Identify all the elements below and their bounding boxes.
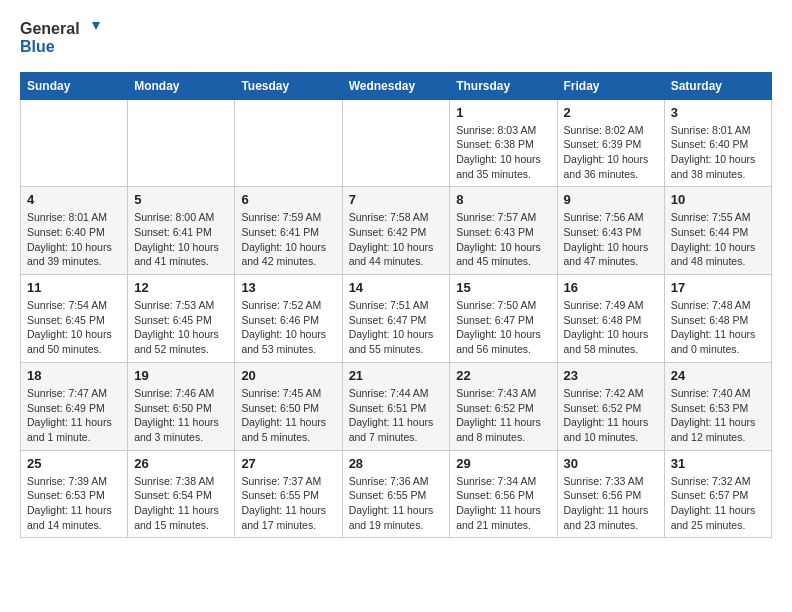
weekday-header-thursday: Thursday (450, 72, 557, 99)
day-number: 4 (27, 192, 121, 207)
day-number: 24 (671, 368, 765, 383)
day-number: 8 (456, 192, 550, 207)
weekday-header-saturday: Saturday (664, 72, 771, 99)
day-number: 5 (134, 192, 228, 207)
calendar-cell: 5Sunrise: 8:00 AM Sunset: 6:41 PM Daylig… (128, 187, 235, 275)
logo-general: General (20, 20, 80, 38)
logo-blue: Blue (20, 38, 55, 55)
week-row-5: 25Sunrise: 7:39 AM Sunset: 6:53 PM Dayli… (21, 450, 772, 538)
calendar-cell: 17Sunrise: 7:48 AM Sunset: 6:48 PM Dayli… (664, 275, 771, 363)
day-info: Sunrise: 7:56 AM Sunset: 6:43 PM Dayligh… (564, 210, 658, 269)
day-number: 27 (241, 456, 335, 471)
calendar-cell (235, 99, 342, 187)
day-info: Sunrise: 7:47 AM Sunset: 6:49 PM Dayligh… (27, 386, 121, 445)
day-number: 14 (349, 280, 444, 295)
day-number: 10 (671, 192, 765, 207)
header: General Blue (20, 20, 772, 56)
calendar-cell: 4Sunrise: 8:01 AM Sunset: 6:40 PM Daylig… (21, 187, 128, 275)
weekday-header-sunday: Sunday (21, 72, 128, 99)
day-info: Sunrise: 7:33 AM Sunset: 6:56 PM Dayligh… (564, 474, 658, 533)
calendar-cell: 10Sunrise: 7:55 AM Sunset: 6:44 PM Dayli… (664, 187, 771, 275)
day-number: 9 (564, 192, 658, 207)
calendar-cell: 30Sunrise: 7:33 AM Sunset: 6:56 PM Dayli… (557, 450, 664, 538)
day-number: 25 (27, 456, 121, 471)
day-info: Sunrise: 7:37 AM Sunset: 6:55 PM Dayligh… (241, 474, 335, 533)
day-info: Sunrise: 7:52 AM Sunset: 6:46 PM Dayligh… (241, 298, 335, 357)
calendar-cell (21, 99, 128, 187)
weekday-header-row: SundayMondayTuesdayWednesdayThursdayFrid… (21, 72, 772, 99)
day-info: Sunrise: 7:54 AM Sunset: 6:45 PM Dayligh… (27, 298, 121, 357)
weekday-header-friday: Friday (557, 72, 664, 99)
day-info: Sunrise: 7:50 AM Sunset: 6:47 PM Dayligh… (456, 298, 550, 357)
day-info: Sunrise: 7:49 AM Sunset: 6:48 PM Dayligh… (564, 298, 658, 357)
calendar-cell: 24Sunrise: 7:40 AM Sunset: 6:53 PM Dayli… (664, 362, 771, 450)
calendar-cell: 26Sunrise: 7:38 AM Sunset: 6:54 PM Dayli… (128, 450, 235, 538)
calendar-cell: 21Sunrise: 7:44 AM Sunset: 6:51 PM Dayli… (342, 362, 450, 450)
day-info: Sunrise: 7:39 AM Sunset: 6:53 PM Dayligh… (27, 474, 121, 533)
day-info: Sunrise: 7:51 AM Sunset: 6:47 PM Dayligh… (349, 298, 444, 357)
day-info: Sunrise: 8:03 AM Sunset: 6:38 PM Dayligh… (456, 123, 550, 182)
day-number: 31 (671, 456, 765, 471)
day-info: Sunrise: 7:58 AM Sunset: 6:42 PM Dayligh… (349, 210, 444, 269)
day-number: 20 (241, 368, 335, 383)
day-number: 29 (456, 456, 550, 471)
day-number: 15 (456, 280, 550, 295)
calendar-cell: 11Sunrise: 7:54 AM Sunset: 6:45 PM Dayli… (21, 275, 128, 363)
calendar-cell: 18Sunrise: 7:47 AM Sunset: 6:49 PM Dayli… (21, 362, 128, 450)
day-number: 21 (349, 368, 444, 383)
day-number: 19 (134, 368, 228, 383)
calendar-cell: 25Sunrise: 7:39 AM Sunset: 6:53 PM Dayli… (21, 450, 128, 538)
week-row-2: 4Sunrise: 8:01 AM Sunset: 6:40 PM Daylig… (21, 187, 772, 275)
calendar-cell: 8Sunrise: 7:57 AM Sunset: 6:43 PM Daylig… (450, 187, 557, 275)
calendar-cell: 9Sunrise: 7:56 AM Sunset: 6:43 PM Daylig… (557, 187, 664, 275)
week-row-1: 1Sunrise: 8:03 AM Sunset: 6:38 PM Daylig… (21, 99, 772, 187)
svg-marker-0 (92, 22, 100, 30)
day-info: Sunrise: 7:38 AM Sunset: 6:54 PM Dayligh… (134, 474, 228, 533)
weekday-header-wednesday: Wednesday (342, 72, 450, 99)
calendar-cell: 27Sunrise: 7:37 AM Sunset: 6:55 PM Dayli… (235, 450, 342, 538)
calendar-cell: 2Sunrise: 8:02 AM Sunset: 6:39 PM Daylig… (557, 99, 664, 187)
day-number: 13 (241, 280, 335, 295)
calendar-cell: 15Sunrise: 7:50 AM Sunset: 6:47 PM Dayli… (450, 275, 557, 363)
week-row-4: 18Sunrise: 7:47 AM Sunset: 6:49 PM Dayli… (21, 362, 772, 450)
day-info: Sunrise: 7:43 AM Sunset: 6:52 PM Dayligh… (456, 386, 550, 445)
day-info: Sunrise: 7:55 AM Sunset: 6:44 PM Dayligh… (671, 210, 765, 269)
calendar-body: 1Sunrise: 8:03 AM Sunset: 6:38 PM Daylig… (21, 99, 772, 538)
day-info: Sunrise: 7:57 AM Sunset: 6:43 PM Dayligh… (456, 210, 550, 269)
day-number: 18 (27, 368, 121, 383)
weekday-header-monday: Monday (128, 72, 235, 99)
logo-text: General Blue (20, 20, 100, 56)
day-info: Sunrise: 7:32 AM Sunset: 6:57 PM Dayligh… (671, 474, 765, 533)
day-number: 30 (564, 456, 658, 471)
day-number: 1 (456, 105, 550, 120)
logo-arrow-icon (82, 20, 100, 38)
day-number: 22 (456, 368, 550, 383)
day-info: Sunrise: 7:40 AM Sunset: 6:53 PM Dayligh… (671, 386, 765, 445)
day-number: 23 (564, 368, 658, 383)
day-number: 7 (349, 192, 444, 207)
calendar-cell: 19Sunrise: 7:46 AM Sunset: 6:50 PM Dayli… (128, 362, 235, 450)
logo: General Blue (20, 20, 100, 56)
calendar-cell: 20Sunrise: 7:45 AM Sunset: 6:50 PM Dayli… (235, 362, 342, 450)
calendar-cell: 3Sunrise: 8:01 AM Sunset: 6:40 PM Daylig… (664, 99, 771, 187)
day-number: 28 (349, 456, 444, 471)
day-info: Sunrise: 7:42 AM Sunset: 6:52 PM Dayligh… (564, 386, 658, 445)
day-number: 11 (27, 280, 121, 295)
calendar-cell: 23Sunrise: 7:42 AM Sunset: 6:52 PM Dayli… (557, 362, 664, 450)
day-info: Sunrise: 7:36 AM Sunset: 6:55 PM Dayligh… (349, 474, 444, 533)
calendar-cell: 29Sunrise: 7:34 AM Sunset: 6:56 PM Dayli… (450, 450, 557, 538)
calendar-cell: 13Sunrise: 7:52 AM Sunset: 6:46 PM Dayli… (235, 275, 342, 363)
day-number: 17 (671, 280, 765, 295)
day-info: Sunrise: 8:01 AM Sunset: 6:40 PM Dayligh… (671, 123, 765, 182)
day-info: Sunrise: 8:00 AM Sunset: 6:41 PM Dayligh… (134, 210, 228, 269)
day-info: Sunrise: 7:59 AM Sunset: 6:41 PM Dayligh… (241, 210, 335, 269)
calendar-cell: 28Sunrise: 7:36 AM Sunset: 6:55 PM Dayli… (342, 450, 450, 538)
calendar-cell (128, 99, 235, 187)
day-info: Sunrise: 7:48 AM Sunset: 6:48 PM Dayligh… (671, 298, 765, 357)
day-info: Sunrise: 7:34 AM Sunset: 6:56 PM Dayligh… (456, 474, 550, 533)
day-info: Sunrise: 7:53 AM Sunset: 6:45 PM Dayligh… (134, 298, 228, 357)
calendar-cell: 31Sunrise: 7:32 AM Sunset: 6:57 PM Dayli… (664, 450, 771, 538)
day-info: Sunrise: 8:02 AM Sunset: 6:39 PM Dayligh… (564, 123, 658, 182)
weekday-header-tuesday: Tuesday (235, 72, 342, 99)
day-info: Sunrise: 7:45 AM Sunset: 6:50 PM Dayligh… (241, 386, 335, 445)
